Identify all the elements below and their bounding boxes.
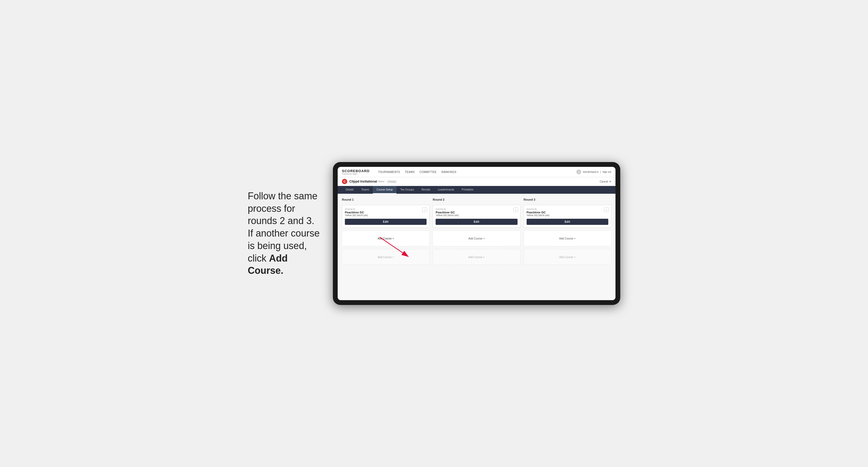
- tablet-device: SCOREBOARD Powered by clippd TOURNAMENTS…: [333, 162, 620, 305]
- scoreboard-logo: SCOREBOARD Powered by clippd: [342, 169, 370, 175]
- round-1-course-a-card: ○ (Course A) Peachtree GC Yellow (M) (66…: [342, 205, 430, 228]
- top-nav: SCOREBOARD Powered by clippd TOURNAMENTS…: [338, 167, 616, 177]
- round-1-add-course-1[interactable]: Add Course +: [342, 230, 430, 246]
- round-2-edit-button[interactable]: Edit: [436, 219, 517, 225]
- tab-teams[interactable]: Teams: [358, 186, 373, 194]
- round-1-course-label: (Course A): [345, 208, 427, 210]
- round-3-course-label: (Course A): [527, 208, 608, 210]
- round-3-course-name: Peachtree GC: [527, 211, 608, 214]
- user-email: blair@clippd.io: [583, 170, 598, 173]
- main-content: Round 1 ○ (Course A) Peachtree GC Yellow…: [338, 194, 616, 300]
- round-1-edit-button[interactable]: Edit: [345, 219, 427, 225]
- round-3-add-course-2: Add Course +: [524, 249, 611, 265]
- nav-link-rankings[interactable]: RANKINGS: [441, 170, 456, 174]
- round-2-add-course-label-2: Add Course +: [468, 256, 485, 259]
- hosting-badge: Hosting: [386, 180, 397, 183]
- nav-link-tournaments[interactable]: TOURNAMENTS: [378, 170, 400, 174]
- round-2-col: Round 2 ○ (Course A) Peachtree GC Yellow…: [433, 198, 520, 265]
- tab-details[interactable]: Details: [342, 186, 358, 194]
- sub-header: C Clippd Invitational (Men) Hosting Canc…: [338, 177, 616, 186]
- round-2-course-label: (Course A): [436, 208, 517, 210]
- tab-printables[interactable]: Printables: [458, 186, 477, 194]
- tab-results[interactable]: Results: [418, 186, 434, 194]
- top-nav-links: TOURNAMENTS TEAMS COMMITTEE RANKINGS: [378, 170, 570, 174]
- round-3-add-course-label-1: Add Course +: [559, 237, 576, 240]
- user-avatar: B: [576, 169, 581, 174]
- nav-link-committee[interactable]: COMMITTEE: [420, 170, 437, 174]
- annotation-line4: If another course: [248, 228, 319, 239]
- logo-sub: Powered by clippd: [342, 173, 370, 175]
- top-nav-right: B blair@clippd.io | Sign out: [576, 169, 611, 174]
- nav-link-teams[interactable]: TEAMS: [405, 170, 414, 174]
- round-2-add-course-label-1: Add Course +: [468, 237, 485, 240]
- round-2-delete-button[interactable]: ○: [513, 207, 518, 212]
- rounds-container: Round 1 ○ (Course A) Peachtree GC Yellow…: [342, 198, 611, 265]
- round-3-add-course-1[interactable]: Add Course +: [524, 230, 611, 246]
- sign-out-link[interactable]: Sign out: [602, 170, 611, 173]
- round-1-title: Round 1: [342, 198, 430, 201]
- brand-logo: C: [342, 179, 347, 184]
- round-1-add-course-2: Add Course +: [342, 249, 430, 265]
- round-1-add-course-label-2: Add Course +: [378, 256, 394, 259]
- round-1-course-name: Peachtree GC: [345, 211, 427, 214]
- page-wrapper: Follow the same process for rounds 2 and…: [248, 162, 620, 305]
- tablet-screen: SCOREBOARD Powered by clippd TOURNAMENTS…: [338, 167, 616, 300]
- gender-badge: (Men): [378, 180, 384, 183]
- round-1-course-detail: Yellow (M) (6629 yds): [345, 214, 427, 217]
- tablet-screen-wrapper: SCOREBOARD Powered by clippd TOURNAMENTS…: [338, 167, 616, 300]
- tab-course-setup[interactable]: Course Setup: [373, 186, 397, 194]
- cancel-button[interactable]: Cancel ✕: [600, 180, 611, 183]
- round-1-delete-button[interactable]: ○: [422, 207, 427, 212]
- round-3-title: Round 3: [524, 198, 611, 201]
- round-3-edit-button[interactable]: Edit: [527, 219, 608, 225]
- tab-leaderboards[interactable]: Leaderboards: [434, 186, 458, 194]
- annotation-line5: is being used,: [248, 240, 307, 251]
- annotation-line2: process for: [248, 203, 295, 214]
- round-3-add-course-label-2: Add Course +: [559, 256, 576, 259]
- annotation-line3: rounds 2 and 3.: [248, 215, 314, 226]
- round-2-course-name: Peachtree GC: [436, 211, 517, 214]
- round-3-col: Round 3 ○ (Course A) Peachtree GC Yellow…: [524, 198, 611, 265]
- round-2-course-a-card: ○ (Course A) Peachtree GC Yellow (M) (66…: [433, 205, 520, 228]
- round-3-course-a-card: ○ (Course A) Peachtree GC Yellow (M) (66…: [524, 205, 611, 228]
- tournament-name: Clippd Invitational: [349, 180, 377, 183]
- annotation-line6: click: [248, 253, 269, 264]
- annotation-text: Follow the same process for rounds 2 and…: [248, 190, 322, 277]
- tab-bar: Details Teams Course Setup Tee Groups Re…: [338, 186, 616, 194]
- round-3-course-detail: Yellow (M) (6629 yds): [527, 214, 608, 217]
- round-2-title: Round 2: [433, 198, 520, 201]
- logo-main: SCOREBOARD: [342, 169, 370, 173]
- round-2-add-course-1[interactable]: Add Course +: [433, 230, 520, 246]
- round-2-add-course-2: Add Course +: [433, 249, 520, 265]
- round-2-course-detail: Yellow (M) (6629 yds): [436, 214, 517, 217]
- annotation-line1: Follow the same: [248, 190, 317, 201]
- round-3-delete-button[interactable]: ○: [604, 207, 609, 212]
- round-1-col: Round 1 ○ (Course A) Peachtree GC Yellow…: [342, 198, 430, 265]
- round-1-add-course-label-1: Add Course +: [378, 237, 394, 240]
- tab-tee-groups[interactable]: Tee Groups: [397, 186, 418, 194]
